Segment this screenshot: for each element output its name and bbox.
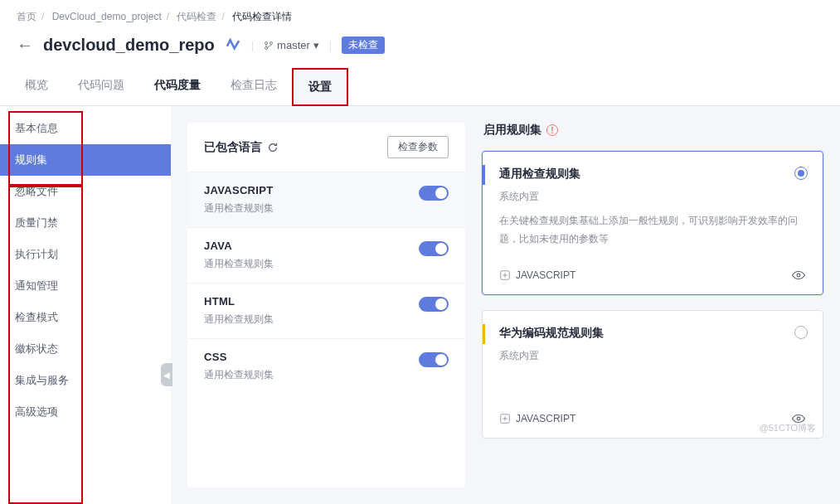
- watermark: @51CTO博客: [760, 422, 816, 434]
- back-arrow-icon[interactable]: ←: [17, 36, 33, 55]
- ruleset-card-general[interactable]: 通用检查规则集 系统内置 在关键检查规则集基础上添加一般性规则，可识别影响开发效…: [482, 151, 823, 295]
- branch-icon: [264, 41, 274, 51]
- chevron-down-icon: ▾: [313, 39, 319, 51]
- lang-sub: 通用检查规则集: [204, 368, 449, 382]
- tab-issues[interactable]: 代码问题: [63, 68, 139, 105]
- lang-row-css[interactable]: CSS 通用检查规则集: [187, 338, 465, 394]
- svg-point-6: [797, 417, 800, 420]
- sidebar-item-plan[interactable]: 执行计划: [0, 239, 171, 270]
- crumb-project[interactable]: DevCloud_demo_project: [52, 11, 162, 22]
- card-lang: JAVASCRIPT: [516, 269, 575, 281]
- svg-point-1: [265, 46, 268, 49]
- lang-name: JAVA: [204, 240, 449, 252]
- tabs: 概览 代码问题 代码度量 检查日志 设置: [0, 68, 840, 106]
- refresh-icon[interactable]: [267, 142, 279, 153]
- toggle-java[interactable]: [419, 241, 449, 256]
- main: 已包含语言 检查参数 JAVASCRIPT 通用检查规则集 JAVA 通用检查规…: [171, 106, 840, 504]
- card-meta: 系统内置: [499, 190, 806, 204]
- lang-sub: 通用检查规则集: [204, 313, 449, 327]
- card-lang: JAVASCRIPT: [516, 413, 575, 424]
- ruleset-card-huawei[interactable]: 华为编码规范规则集 系统内置 JAVASCRIPT @51CTO博客: [482, 310, 823, 439]
- rulesets-panel: 启用规则集 ! 通用检查规则集 系统内置 在关键检查规则集基础上添加一般性规则，…: [482, 123, 823, 487]
- tab-logs[interactable]: 检查日志: [216, 68, 292, 105]
- sidebar-item-basic[interactable]: 基本信息: [0, 113, 171, 144]
- crumb-home[interactable]: 首页: [17, 11, 36, 22]
- languages-panel: 已包含语言 检查参数 JAVASCRIPT 通用检查规则集 JAVA 通用检查规…: [187, 123, 465, 487]
- radio-selected[interactable]: [794, 167, 808, 180]
- info-icon[interactable]: !: [546, 124, 558, 136]
- branch-selector[interactable]: master ▾: [264, 39, 319, 51]
- repo-title: devcloud_demo_repo: [43, 36, 215, 55]
- card-desc: 在关键检查规则集基础上添加一般性规则，可识别影响开发效率的问题，比如未使用的参数…: [499, 212, 806, 248]
- rulesets-title: 启用规则集 !: [482, 123, 823, 151]
- svg-point-2: [270, 41, 273, 44]
- lang-sub: 通用检查规则集: [204, 257, 449, 271]
- sidebar-item-mode[interactable]: 检查模式: [0, 302, 171, 333]
- codecheck-logo-icon: [225, 37, 241, 54]
- svg-point-0: [265, 41, 268, 44]
- lang-name: JAVASCRIPT: [204, 184, 449, 196]
- divider: |: [251, 39, 254, 51]
- toggle-javascript[interactable]: [419, 186, 449, 201]
- crumb-inspect[interactable]: 代码检查: [177, 11, 216, 22]
- language-tag-icon: [499, 269, 511, 281]
- sidebar-item-advanced[interactable]: 高级选项: [0, 396, 171, 428]
- status-badge: 未检查: [342, 36, 385, 54]
- svg-point-4: [797, 274, 800, 277]
- sidebar-item-ruleset[interactable]: 规则集: [0, 144, 171, 176]
- sidebar-item-ignore[interactable]: 忽略文件: [0, 176, 171, 207]
- lang-sub: 通用检查规则集: [204, 201, 449, 216]
- rulesets-title-text: 启用规则集: [483, 123, 541, 138]
- collapse-handle[interactable]: ◀: [161, 363, 172, 386]
- sidebar-item-badge[interactable]: 徽标状态: [0, 333, 171, 365]
- toggle-html[interactable]: [419, 297, 449, 312]
- sidebar-item-notify[interactable]: 通知管理: [0, 270, 171, 302]
- branch-name: master: [277, 39, 310, 51]
- sidebar-item-integration[interactable]: 集成与服务: [0, 365, 171, 396]
- lang-name: CSS: [204, 351, 449, 363]
- body: 基本信息 规则集 忽略文件 质量门禁 执行计划 通知管理 检查模式 徽标状态 集…: [0, 106, 840, 504]
- tab-overview[interactable]: 概览: [10, 68, 63, 105]
- sidebar: 基本信息 规则集 忽略文件 质量门禁 执行计划 通知管理 检查模式 徽标状态 集…: [0, 106, 171, 504]
- crumb-detail: 代码检查详情: [232, 11, 292, 22]
- lang-name: HTML: [204, 295, 449, 308]
- languages-title: 已包含语言: [204, 140, 279, 155]
- tab-settings[interactable]: 设置: [292, 68, 348, 106]
- lang-row-html[interactable]: HTML 通用检查规则集: [187, 283, 465, 338]
- breadcrumb: 首页/ DevCloud_demo_project/ 代码检查/ 代码检查详情: [0, 0, 840, 29]
- divider: |: [329, 39, 332, 51]
- card-title: 通用检查规则集: [499, 167, 806, 182]
- card-title: 华为编码规范规则集: [499, 326, 806, 341]
- lang-row-java[interactable]: JAVA 通用检查规则集: [187, 227, 465, 283]
- lang-row-javascript[interactable]: JAVASCRIPT 通用检查规则集: [187, 172, 465, 227]
- language-tag-icon: [499, 413, 511, 424]
- sidebar-item-quality[interactable]: 质量门禁: [0, 207, 171, 239]
- tab-metrics[interactable]: 代码度量: [139, 68, 216, 105]
- eye-icon[interactable]: [791, 268, 806, 283]
- languages-title-text: 已包含语言: [204, 140, 262, 155]
- check-params-button[interactable]: 检查参数: [387, 136, 449, 158]
- card-meta: 系统内置: [499, 349, 806, 363]
- title-bar: ← devcloud_demo_repo | master ▾ | 未检查: [0, 29, 840, 68]
- toggle-css[interactable]: [419, 352, 449, 367]
